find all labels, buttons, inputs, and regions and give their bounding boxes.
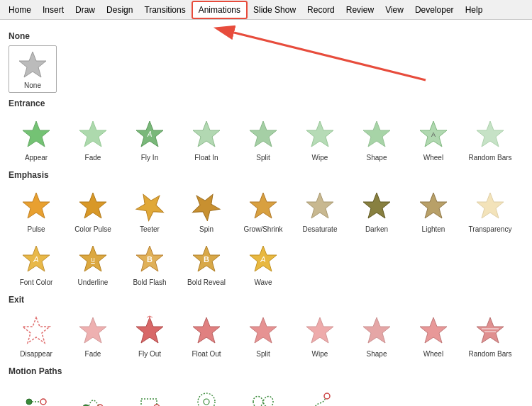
exit-random-bars[interactable]: Random Bars — [462, 309, 518, 361]
svg-marker-10 — [363, 121, 390, 147]
none-label: None — [24, 81, 41, 89]
emphasis-desaturate[interactable]: Desaturate — [292, 184, 348, 236]
entrance-split[interactable]: Split — [235, 113, 291, 164]
svg-marker-3 — [23, 121, 50, 147]
svg-text:B: B — [147, 255, 153, 264]
svg-marker-22 — [477, 193, 504, 218]
menu-transitions[interactable]: Transitions — [138, 2, 191, 18]
menu-draw[interactable]: Draw — [70, 2, 101, 18]
exit-shape[interactable]: Shape — [349, 309, 404, 361]
svg-text:A: A — [260, 255, 265, 264]
entrance-grid: Appear Fade A Fly In — [9, 113, 523, 164]
emphasis-teeter[interactable]: Teeter — [122, 184, 177, 236]
none-animation[interactable]: None — [9, 45, 57, 93]
menu-design[interactable]: Design — [101, 2, 138, 18]
svg-marker-14 — [23, 193, 50, 218]
entrance-random-bars[interactable]: Random Bars — [462, 113, 518, 164]
menu-slideshow[interactable]: Slide Show — [248, 2, 301, 18]
emphasis-bold-reveal[interactable]: B Bold Reveal — [179, 237, 234, 289]
emphasis-bold-flash[interactable]: B Bold Flash — [122, 237, 177, 289]
svg-point-47 — [26, 399, 32, 405]
menu-insert[interactable]: Insert — [37, 2, 70, 18]
emphasis-spin[interactable]: Spin — [179, 184, 234, 236]
svg-marker-34 — [79, 317, 106, 343]
entrance-fly-in[interactable]: A Fly In — [122, 113, 177, 164]
section-motionpaths-label: Motion Paths — [9, 366, 523, 376]
svg-marker-7 — [193, 121, 220, 147]
svg-marker-16 — [132, 188, 168, 223]
entrance-appear[interactable]: Appear — [9, 113, 64, 164]
section-exit-label: Exit — [9, 295, 523, 305]
menu-record[interactable]: Record — [301, 2, 340, 18]
motionpath-loops[interactable]: Loops — [235, 380, 291, 406]
motionpath-arcs[interactable]: Arcs — [65, 380, 121, 406]
motionpath-lines[interactable]: Lines — [9, 380, 64, 406]
svg-marker-33 — [23, 317, 50, 343]
menu-help[interactable]: Help — [460, 2, 489, 18]
svg-text:A: A — [431, 131, 436, 138]
svg-marker-43 — [420, 317, 447, 343]
svg-point-57 — [324, 393, 330, 399]
none-icon — [17, 49, 48, 80]
svg-marker-4 — [79, 121, 106, 147]
menu-developer[interactable]: Developer — [409, 2, 460, 18]
svg-marker-35 — [136, 317, 163, 343]
svg-text:B: B — [204, 255, 209, 264]
emphasis-wave[interactable]: A Wave — [235, 237, 291, 289]
entrance-wipe[interactable]: Wipe — [292, 113, 348, 164]
exit-float-out[interactable]: Float Out — [179, 309, 234, 361]
entrance-fade[interactable]: Fade — [65, 113, 121, 164]
svg-marker-40 — [250, 317, 277, 343]
exit-fade[interactable]: Fade — [65, 309, 121, 361]
exit-wheel[interactable]: Wheel — [406, 309, 461, 361]
svg-marker-9 — [306, 121, 333, 147]
menu-home[interactable]: Home — [3, 2, 37, 18]
entrance-shape[interactable]: Shape — [349, 113, 404, 164]
menu-review[interactable]: Review — [340, 2, 379, 18]
svg-marker-18 — [250, 193, 277, 218]
exit-grid: Disappear Fade Fly Out — [9, 309, 523, 361]
svg-point-55 — [204, 399, 209, 405]
emphasis-grid: Pulse Color Pulse Teeter — [9, 184, 523, 289]
emphasis-underline[interactable]: u Underline — [65, 237, 121, 289]
section-entrance-label: Entrance — [9, 98, 523, 108]
svg-marker-19 — [306, 193, 333, 218]
svg-point-54 — [198, 393, 215, 406]
svg-marker-42 — [363, 317, 390, 343]
svg-marker-13 — [477, 121, 504, 147]
emphasis-grow-shrink[interactable]: Grow/Shrink — [235, 184, 291, 236]
entrance-float-in[interactable]: Float In — [179, 113, 234, 164]
svg-marker-17 — [191, 190, 222, 221]
exit-fly-out[interactable]: Fly Out — [122, 309, 177, 361]
svg-marker-15 — [79, 193, 106, 218]
emphasis-darken[interactable]: Darken — [349, 184, 404, 236]
motionpath-turns[interactable]: Turns — [122, 380, 177, 406]
svg-text:A: A — [33, 255, 38, 264]
emphasis-color-pulse[interactable]: Color Pulse — [65, 184, 121, 236]
svg-marker-44 — [477, 317, 504, 343]
svg-marker-41 — [306, 317, 333, 343]
svg-marker-2 — [19, 52, 46, 77]
menubar: Home Insert Draw Design Transitions Anim… — [0, 0, 532, 20]
motionpath-custom-path[interactable]: Custom Path — [292, 380, 348, 406]
menu-view[interactable]: View — [379, 2, 409, 18]
svg-marker-21 — [420, 193, 447, 218]
svg-text:u: u — [91, 256, 95, 264]
exit-split[interactable]: Split — [235, 309, 291, 361]
entrance-wheel[interactable]: A Wheel — [406, 113, 461, 164]
exit-disappear[interactable]: Disappear — [9, 309, 64, 361]
exit-wipe[interactable]: Wipe — [292, 309, 348, 361]
emphasis-font-color[interactable]: A Font Color — [9, 237, 64, 289]
svg-marker-8 — [250, 121, 277, 147]
section-none-label: None — [9, 31, 523, 41]
emphasis-pulse[interactable]: Pulse — [9, 184, 64, 236]
motionpaths-grid: Lines Arcs Turns — [9, 380, 523, 406]
svg-text:A: A — [147, 130, 153, 138]
motionpath-shapes[interactable]: Shapes — [179, 380, 234, 406]
menu-animations[interactable]: Animations — [192, 1, 248, 19]
animations-panel: None None Entrance Appear — [0, 20, 532, 406]
svg-marker-39 — [193, 317, 220, 343]
emphasis-lighten[interactable]: Lighten — [406, 184, 461, 236]
emphasis-transparency[interactable]: Transparency — [462, 184, 518, 236]
svg-marker-20 — [363, 193, 390, 218]
